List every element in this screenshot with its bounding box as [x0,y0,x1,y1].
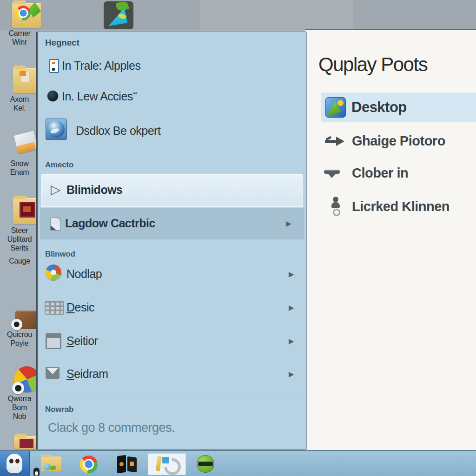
menu-footer-text: Clack go 8 commerges. [48,421,175,435]
panel-title: Quplay Poots [318,53,427,76]
desktop-icon-label[interactable]: SteerUplitardSerits [0,226,39,252]
green-kite-icon [29,2,41,18]
menu-item-desic[interactable]: Desic [66,301,94,314]
eject-tray-icon [324,168,340,179]
menu-item-seitior[interactable]: Seitior [66,334,98,348]
window-icon [46,333,61,349]
chrome-ball-icon [16,6,31,20]
leaf-icon [115,2,129,12]
picture-detail-icon [23,206,31,212]
chrome-taskbar-icon[interactable] [80,456,98,473]
media-player-shortcut-icon[interactable] [104,2,133,29]
submenu-arrow-icon: ▶ [289,370,294,378]
framed-picture-icon [20,439,33,448]
submenu-arrow-icon: ▶ [289,270,294,278]
person-icon [331,197,341,213]
globe-icon [46,119,67,140]
context-menu-panel: Hegnect In Trale: Alpples In. Lew Accies… [36,32,306,450]
radio-dot-icon [47,91,58,101]
menu-item-blimidows[interactable]: ▷ Blimidows [41,174,303,207]
menu-item-label: Lagdow Cactrbic [65,217,155,230]
asterisk-suffix: ** [133,91,137,98]
desktop-icon [325,97,346,118]
section-header-nowrab: Nowrab [45,405,73,414]
record-badge-icon [11,319,22,330]
document-page-icon [50,218,60,231]
panel-item-label: Clober in [352,165,408,181]
active-app-taskbar-button[interactable] [148,453,186,475]
divider [45,155,298,155]
divider [45,399,298,399]
droid-taskbar-icon[interactable] [197,456,214,472]
submenu-arrow-icon: ▶ [289,304,294,312]
menu-item-trale[interactable]: In Trale: Alpples [62,59,140,73]
panel-item-label: Licrked Klinnen [352,199,450,214]
chart-icon [162,457,169,463]
envelope-icon [46,367,60,379]
panel-item-clober[interactable]: Clober in [305,164,476,185]
desktop-icon-label[interactable]: AxornKel. [0,95,39,112]
desktop-icon-carner[interactable] [12,3,41,28]
orange-object-icon [20,71,26,76]
pinwheel-icon [46,264,61,280]
submenu-arrow-icon: ▶ [286,219,291,228]
desktop-icon-label[interactable]: CarnerWinr [0,29,39,46]
file-explorer-taskbar-icon[interactable] [41,456,61,471]
desktop-top-strip-light [200,0,353,30]
panel-item-label: Ghaige Piotoro [352,133,445,149]
photo-viewer-taskbar-icon[interactable] [116,455,138,474]
taskbar-separator [31,451,31,476]
penguin-icon[interactable] [33,468,40,476]
panel-item-licrked[interactable]: Licrked Klinnen [305,194,476,217]
desktop-icon-label[interactable]: QuicrouPoyie [0,330,39,348]
panel-item-ghaige[interactable]: Ghaige Piotoro [305,132,476,153]
places-panel: Quplay Poots Desktop Ghaige Piotoro Clob… [305,29,476,451]
menu-item-label: Blimidows [66,183,123,197]
panel-item-label: Desktop [351,99,407,116]
menu-header: Hegnect [45,38,79,48]
menu-item-dsdlox[interactable]: Dsdlox Be okpert [76,124,160,138]
panel-item-desktop[interactable]: Desktop [321,93,476,122]
arrow-plane-icon [325,136,344,146]
play-outline-icon: ▷ [51,183,61,196]
start-ghost-icon [7,454,22,473]
taskbar [0,450,476,476]
section-header-amecto: Amecto [45,160,73,170]
desktop-icon-label[interactable]: QwerraBomNob [0,394,39,421]
pencil-icon [156,456,162,471]
menu-item-nodlap[interactable]: Nodlap [66,267,102,281]
section-header-blinwod: Blinwod [45,250,75,259]
keypad-grid-icon [45,301,64,315]
menu-item-lagdow[interactable]: Lagdow Cactrbic ▶ [40,208,304,239]
trale-icon [49,59,59,73]
menu-item-lew[interactable]: In. Lew Accies** [62,90,137,103]
record-badge-icon [12,382,24,394]
start-button[interactable] [0,451,30,476]
desktop-icon-label[interactable]: Cauge [0,257,39,265]
menu-item-seidram[interactable]: Seidram [66,367,108,381]
submenu-arrow-icon: ▶ [289,337,294,345]
desktop-icon-label[interactable]: SnowEnam [0,159,39,177]
desktop-icon-quicrou[interactable] [12,311,39,332]
